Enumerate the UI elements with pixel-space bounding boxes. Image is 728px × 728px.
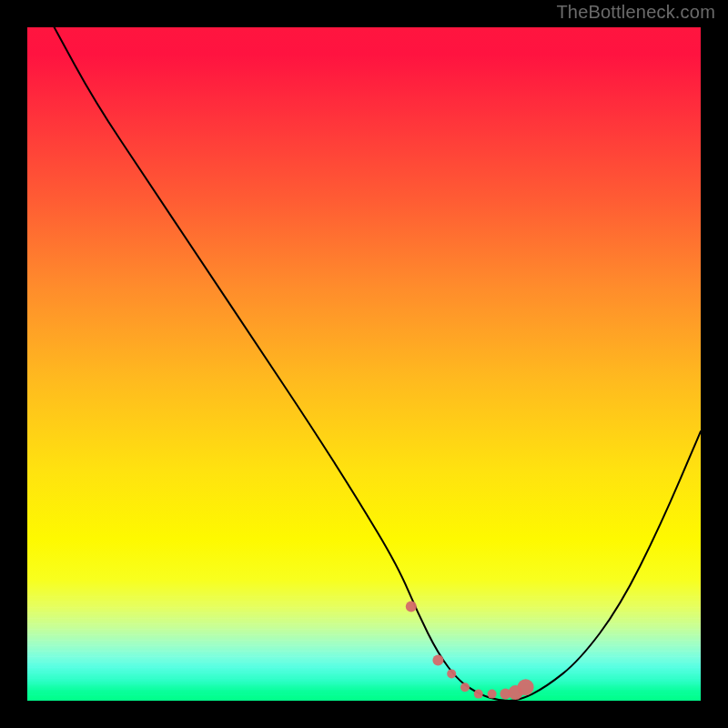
marker-dots-group — [27, 27, 701, 701]
marker-dot — [447, 669, 456, 678]
marker-dot — [432, 655, 443, 666]
marker-dot — [460, 682, 470, 692]
marker-dot — [488, 690, 497, 699]
plot-area — [27, 27, 701, 701]
highlighted-points — [406, 601, 534, 700]
watermark-text: TheBottleneck.com — [556, 2, 715, 23]
marker-dot — [474, 690, 483, 699]
marker-dot — [518, 679, 534, 695]
marker-dot — [406, 601, 417, 612]
chart-frame: TheBottleneck.com — [0, 0, 728, 728]
